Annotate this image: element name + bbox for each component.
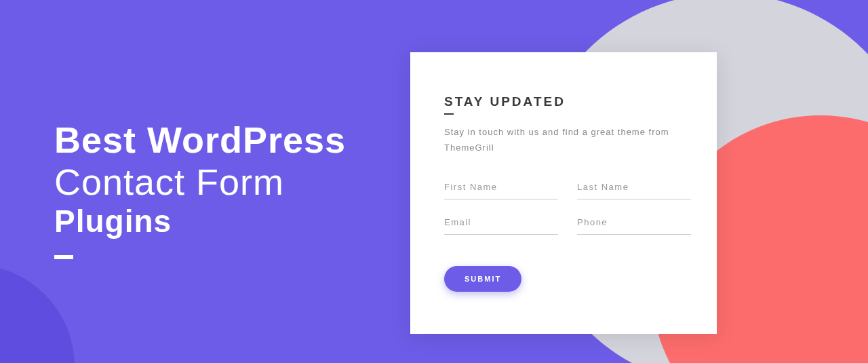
form-row-2 [444,210,683,235]
hero-title-block: Best WordPress Contact Form Plugins [54,119,346,259]
hero-title-underline [54,255,73,259]
last-name-field[interactable] [577,175,691,199]
email-field[interactable] [444,210,558,235]
hero-title-line3: Plugins [54,203,346,240]
phone-field[interactable] [577,210,691,235]
first-name-field[interactable] [444,175,558,199]
form-heading-underline [444,113,454,115]
form-subtext: Stay in touch with us and find a great t… [444,124,683,156]
hero-section: Best WordPress Contact Form Plugins STAY… [0,0,868,363]
form-row-1 [444,175,683,199]
form-heading: STAY UPDATED [444,94,683,109]
contact-form-card: STAY UPDATED Stay in touch with us and f… [410,52,717,334]
hero-title-line2: Contact Form [54,161,346,203]
decorative-circle-left [0,265,75,363]
submit-button[interactable]: SUBMIT [444,266,521,292]
hero-title-line1: Best WordPress [54,119,346,161]
